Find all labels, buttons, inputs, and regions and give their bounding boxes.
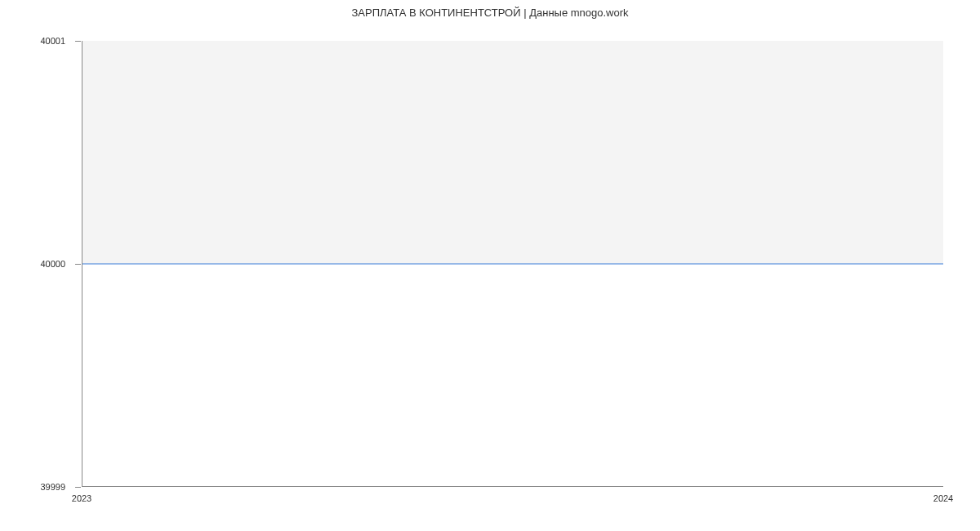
chart-container: 40001 40000 39999 2023 2024 [82, 41, 943, 487]
y-tick-label-40001: 40001 [40, 36, 65, 46]
x-tick-label-2023: 2023 [72, 493, 91, 503]
chart-title: ЗАРПЛАТА В КОНТИНЕНТСТРОЙ | Данные mnogo… [0, 7, 980, 19]
y-tick-mark [75, 264, 81, 265]
area-fill [82, 41, 943, 264]
y-tick-label-40000: 40000 [40, 259, 65, 269]
plot-area [82, 41, 943, 487]
y-tick-mark [75, 41, 81, 42]
x-tick-label-2024: 2024 [933, 493, 953, 503]
y-tick-mark [75, 487, 81, 488]
data-line [82, 263, 943, 264]
y-tick-label-39999: 39999 [40, 482, 65, 492]
